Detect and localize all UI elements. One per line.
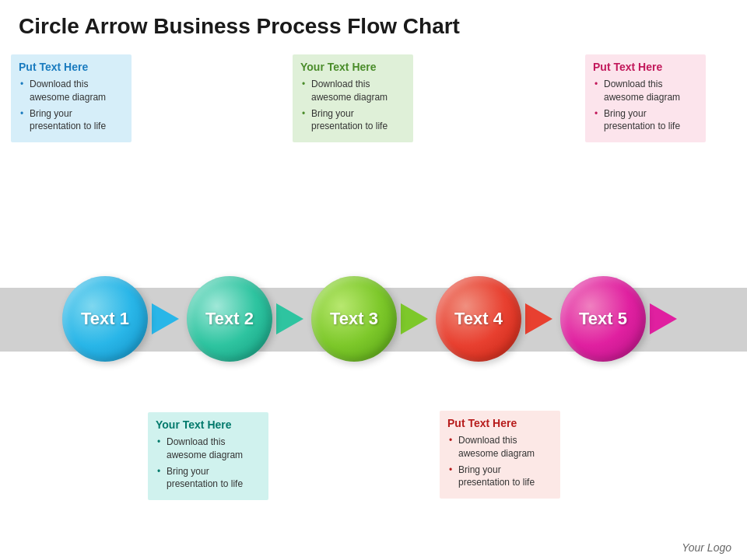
circle-5[interactable]: Text 5 <box>560 276 646 362</box>
circle-item-2: Text 2 <box>187 276 272 362</box>
circle-item-3: Text 3 <box>311 276 397 362</box>
circle-item-5: Text 5 <box>560 276 646 362</box>
box1-title: Put Text Here <box>19 61 124 73</box>
box1-item-1: Download this awesome diagram <box>19 78 124 104</box>
box1-item-2: Bring your presentation to life <box>19 107 124 134</box>
circle-1[interactable]: Text 1 <box>62 276 148 362</box>
circle-4-label: Text 4 <box>454 309 503 329</box>
box5-title: Put Text Here <box>593 61 698 73</box>
box3-title: Your Text Here <box>300 61 405 73</box>
info-box-3: Your Text Here Download this awesome dia… <box>293 54 413 142</box>
arrow-1-2 <box>148 303 187 334</box>
arrow-shape-5 <box>650 303 677 334</box>
box4-title: Put Text Here <box>447 417 552 429</box>
box2-title: Your Text Here <box>156 418 261 431</box>
circle-5-label: Text 5 <box>579 309 627 329</box>
arrow-row: Text 1 Text 2 Text 3 Text 4 <box>0 268 747 369</box>
info-box-2: Your Text Here Download this awesome dia… <box>148 412 268 500</box>
arrow-2-3 <box>272 303 311 334</box>
arrow-3-4 <box>397 303 436 334</box>
info-box-1: Put Text Here Download this awesome diag… <box>11 54 132 142</box>
circle-3[interactable]: Text 3 <box>311 276 397 362</box>
arrow-4-5 <box>521 303 560 334</box>
box4-item-1: Download this awesome diagram <box>447 434 552 460</box>
info-box-5: Put Text Here Download this awesome diag… <box>585 54 706 142</box>
arrow-out-5 <box>646 303 685 334</box>
box3-item-1: Download this awesome diagram <box>300 78 405 104</box>
arrow-shape-4 <box>525 303 552 334</box>
logo: Your Logo <box>682 541 731 554</box>
circle-item-4: Text 4 <box>436 276 521 362</box>
box2-item-1: Download this awesome diagram <box>156 436 261 462</box>
circle-item-1: Text 1 <box>62 276 148 362</box>
circle-1-label: Text 1 <box>81 309 129 329</box>
page-title: Circle Arrow Business Process Flow Chart <box>0 0 747 47</box>
box2-item-2: Bring your presentation to life <box>156 465 261 492</box>
arrow-shape-2 <box>276 303 303 334</box>
box4-item-2: Bring your presentation to life <box>447 464 552 490</box>
arrow-shape-1 <box>152 303 179 334</box>
circle-2[interactable]: Text 2 <box>187 276 272 362</box>
arrow-shape-3 <box>401 303 428 334</box>
info-box-4: Put Text Here Download this awesome diag… <box>440 411 560 499</box>
circle-4[interactable]: Text 4 <box>436 276 521 362</box>
box3-item-2: Bring your presentation to life <box>300 107 405 134</box>
circle-2-label: Text 2 <box>205 309 254 329</box>
box5-item-1: Download this awesome diagram <box>593 78 698 104</box>
box5-item-2: Bring your presentation to life <box>593 107 698 134</box>
circle-3-label: Text 3 <box>330 309 378 329</box>
